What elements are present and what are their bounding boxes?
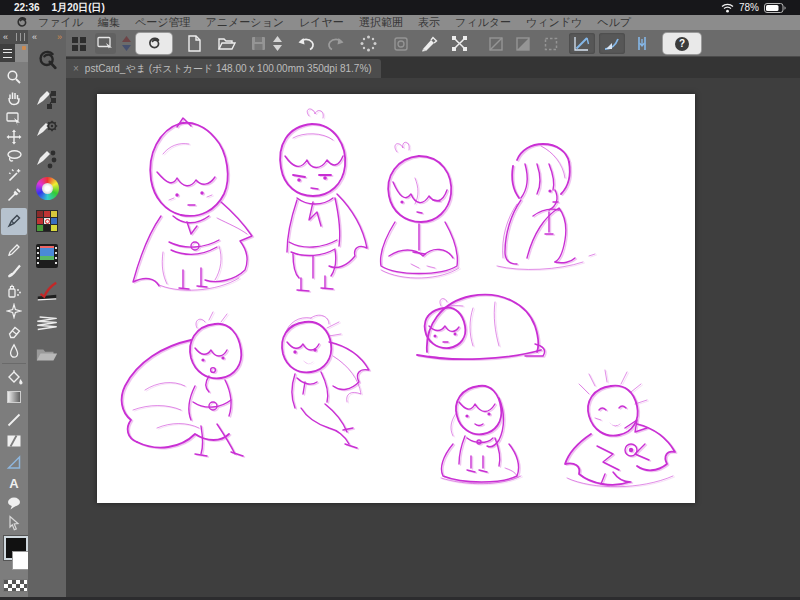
clip-studio-logo[interactable] [14, 16, 30, 29]
clip-studio-q-button[interactable] [35, 47, 59, 73]
tool-brush[interactable] [4, 262, 24, 280]
clip-studio-launcher-button[interactable] [136, 33, 172, 54]
menu-view[interactable]: 表示 [418, 15, 440, 30]
crossed-square-icon [488, 36, 504, 52]
tab-tool-alt[interactable] [15, 44, 28, 62]
new-file-icon [187, 35, 202, 52]
tool-pen[interactable] [4, 212, 24, 230]
menu-help[interactable]: ヘルプ [597, 15, 631, 30]
tool-pencil[interactable] [4, 241, 24, 259]
screen-settings-icon [97, 36, 114, 51]
sketch-character-7 [417, 295, 546, 361]
tool-eyedropper[interactable] [4, 186, 24, 204]
gesture-dots-button[interactable] [358, 33, 379, 54]
tool-line[interactable] [4, 411, 24, 429]
magic-wand-icon [6, 167, 22, 183]
save-icon [251, 36, 266, 51]
pen-icon [6, 213, 22, 229]
blend-touch-button[interactable] [419, 33, 440, 54]
snap-to-ruler-button[interactable] [569, 33, 595, 54]
quick-access-bar: « » [28, 30, 66, 600]
tool-lasso[interactable] [4, 147, 24, 165]
mesh-transform-icon [451, 35, 468, 52]
tool-hand[interactable] [4, 89, 24, 107]
tool-ruler[interactable] [4, 453, 24, 471]
menu-page-management[interactable]: ページ管理 [135, 15, 191, 30]
redo-button-disabled [326, 33, 347, 54]
tool-airbrush[interactable] [4, 282, 24, 300]
move-icon [6, 129, 22, 145]
pen-squares-icon [35, 88, 59, 110]
palette-swatch [51, 225, 57, 231]
palette-swatch [37, 218, 43, 224]
subtool-squares-button[interactable] [35, 88, 59, 110]
expand-icon[interactable]: » [57, 32, 62, 42]
text-tool-icon: A [9, 476, 18, 491]
collapse-icon-2[interactable]: « [32, 32, 37, 42]
menu-animation[interactable]: アニメーション [206, 15, 285, 30]
wifi-icon [721, 3, 734, 13]
snap-ruler-icon [573, 35, 591, 52]
collapse-icon[interactable]: « [3, 32, 8, 42]
color-set-palette-icon[interactable] [36, 210, 58, 232]
help-button[interactable]: ? [663, 33, 701, 54]
menu-layer[interactable]: レイヤー [299, 15, 344, 30]
canvas-page[interactable] [97, 94, 695, 503]
brush-check-icon [35, 280, 59, 304]
tool-magic-wand[interactable] [4, 166, 24, 184]
canvas-stepper[interactable] [119, 33, 133, 54]
sketch-character-3 [381, 142, 461, 279]
screen-settings-button[interactable] [95, 33, 116, 54]
open-file-button[interactable] [216, 33, 237, 54]
menu-edit[interactable]: 編集 [98, 15, 120, 30]
spring-3d-button[interactable] [35, 312, 59, 334]
half-filled-square-icon [515, 36, 531, 52]
menu-selection[interactable]: 選択範囲 [359, 15, 403, 30]
brush-check-button[interactable] [35, 280, 59, 304]
page-stepper[interactable] [270, 33, 284, 54]
close-tab-icon[interactable]: × [73, 63, 79, 74]
tool-gradient[interactable] [4, 388, 24, 406]
color-wheel-icon[interactable] [36, 177, 59, 200]
mesh-transform-button[interactable] [449, 33, 470, 54]
tool-zoom[interactable] [4, 68, 24, 86]
document-tab[interactable]: × pstCard_やま (ポストカード 148.00 x 100.00mm 3… [64, 59, 381, 78]
tool-eraser[interactable] [4, 322, 24, 340]
zoom-icon [6, 69, 22, 85]
subtool-gear-button[interactable] [35, 118, 59, 140]
navigate-icon [6, 111, 23, 126]
transparent-color-swatch[interactable] [3, 579, 28, 592]
tool-blend[interactable] [4, 342, 24, 360]
tool-object[interactable] [4, 514, 24, 532]
menu-filter[interactable]: フィルター [455, 15, 511, 30]
frame-border-icon [6, 434, 22, 448]
new-file-button[interactable] [184, 33, 205, 54]
tool-navigate[interactable] [4, 109, 24, 127]
canvas-pasteboard[interactable] [66, 78, 800, 600]
filter-button-disabled [390, 33, 411, 54]
sketch-character-9 [565, 370, 677, 488]
drag-grip-icon[interactable] [16, 33, 25, 41]
snap-to-grid-button[interactable] [629, 33, 655, 54]
tool-decoration[interactable] [4, 302, 24, 320]
menu-window[interactable]: ウィンドウ [526, 15, 582, 30]
tool-separator [2, 363, 26, 364]
undo-button[interactable] [295, 33, 316, 54]
tool-balloon[interactable] [4, 494, 24, 512]
tool-move[interactable] [4, 128, 24, 146]
menu-file[interactable]: ファイル [38, 15, 83, 30]
tool-text[interactable]: A [4, 474, 24, 492]
material-folder-button[interactable] [35, 344, 59, 364]
animation-film-icon[interactable] [36, 244, 58, 268]
clip-studio-q-icon [35, 47, 59, 73]
tool-frame-border[interactable] [4, 432, 24, 450]
app-grid-button[interactable] [68, 33, 89, 54]
pen-gear-icon [35, 118, 59, 140]
stepper-arrows-icon [121, 35, 132, 52]
tool-fill-bucket[interactable] [4, 368, 24, 386]
sketch-layer [97, 94, 695, 503]
subtool-dots-button[interactable] [35, 148, 59, 170]
tab-tool-list[interactable] [0, 44, 15, 62]
snap-to-special-ruler-button[interactable] [599, 33, 625, 54]
stepper-arrows-icon-2 [272, 35, 283, 52]
